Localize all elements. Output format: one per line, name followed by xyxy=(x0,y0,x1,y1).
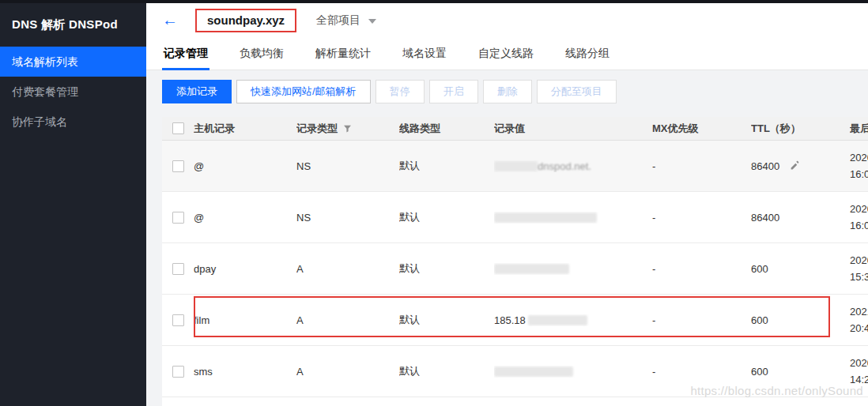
ttl-value: 600 xyxy=(751,263,768,275)
tab-bar: 记录管理 负载均衡 解析量统计 域名设置 自定义线路 线路分组 xyxy=(146,41,868,70)
record-type-cell: A xyxy=(296,314,399,326)
record-value-cell xyxy=(494,263,652,275)
host-record-cell: @ xyxy=(194,212,296,224)
add-record-button[interactable]: 添加记录 xyxy=(162,80,232,103)
col-line: 线路类型 xyxy=(399,122,494,136)
sidebar-item-collab-subdomains[interactable]: 协作子域名 xyxy=(0,107,146,137)
ttl-cell: 600 xyxy=(751,314,850,326)
redacted-value xyxy=(494,367,573,377)
record-value-cell xyxy=(494,212,652,224)
ttl-cell: 86400 xyxy=(751,212,850,224)
tab-domain-settings[interactable]: 域名设置 xyxy=(402,41,447,70)
last-op-cell: 2020 14:2 xyxy=(850,355,868,388)
sidebar-item-paid-plans[interactable]: 付费套餐管理 xyxy=(0,77,146,107)
date-line1: 2020 xyxy=(850,252,868,269)
date-line2: 16:0 xyxy=(850,166,868,182)
line-type-cell: 默认 xyxy=(399,261,494,276)
ttl-value: 86400 xyxy=(751,160,779,172)
sidebar-item-domain-list[interactable]: 域名解析列表 xyxy=(0,47,146,77)
date-line1: 2020 xyxy=(850,201,868,217)
col-type: 记录类型 xyxy=(296,122,399,136)
ttl-cell: 86400 xyxy=(751,160,850,172)
record-type-cell: NS xyxy=(296,160,399,172)
date-line1: 2020 xyxy=(850,355,868,371)
blurred-value-text: dnspod.net. xyxy=(538,160,591,172)
line-type-cell: 默认 xyxy=(399,313,494,327)
redacted-value xyxy=(494,212,597,223)
redacted-value xyxy=(494,161,538,171)
record-type-cell: NS xyxy=(296,212,399,224)
record-value-cell xyxy=(494,366,652,378)
record-type-cell: A xyxy=(296,366,399,378)
domain-row: ← soundpay.xyz 全部项目 xyxy=(146,0,868,41)
table-row-highlighted: film A 默认 185.18 - 600 2021 20:4 xyxy=(162,295,868,346)
table-row: @ NS 默认 dnspod.net. - 86400 2020 16:0 xyxy=(162,141,868,192)
date-line2: 15:3 xyxy=(850,269,868,285)
project-filter-label: 全部项目 xyxy=(316,13,360,28)
quick-add-website-mail-button[interactable]: 快速添加网站/邮箱解析 xyxy=(236,80,371,103)
mx-priority-cell: - xyxy=(652,263,751,275)
domain-name: soundpay.xyz xyxy=(207,13,285,27)
main-header: ← soundpay.xyz 全部项目 记录管理 负载均衡 解析量统计 域名设置… xyxy=(146,0,868,70)
record-value-cell: dnspod.net. xyxy=(494,160,652,172)
line-type-cell: 默认 xyxy=(399,210,494,224)
line-type-cell: 默认 xyxy=(399,364,494,378)
tab-custom-lines[interactable]: 自定义线路 xyxy=(478,41,534,70)
tab-line-groups[interactable]: 线路分组 xyxy=(565,41,609,70)
col-host: 主机记录 xyxy=(194,122,296,136)
ttl-value: 600 xyxy=(751,366,768,378)
tab-record-management[interactable]: 记录管理 xyxy=(164,41,208,70)
col-ttl: TTL（秒） xyxy=(751,122,850,136)
last-op-cell: 2020 16:0 xyxy=(850,201,868,234)
row-checkbox[interactable] xyxy=(172,212,184,224)
row-checkbox[interactable] xyxy=(172,366,184,378)
mx-priority-cell: - xyxy=(652,160,751,172)
host-record-cell: @ xyxy=(194,160,296,172)
filter-funnel-icon[interactable] xyxy=(343,124,352,133)
top-dark-strip xyxy=(0,0,868,3)
col-type-label: 记录类型 xyxy=(296,122,338,136)
pause-button[interactable]: 暂停 xyxy=(376,80,425,103)
date-line1: 2020 xyxy=(850,149,868,166)
col-last-op: 最后 xyxy=(850,122,868,136)
ttl-value: 600 xyxy=(751,314,768,326)
table-row: dpay A 默认 - 600 2020 15:3 xyxy=(162,243,868,295)
ttl-value: 86400 xyxy=(751,212,779,224)
mx-priority-cell: - xyxy=(652,366,751,378)
record-value-cell: 185.18 xyxy=(494,314,652,326)
tab-load-balancing[interactable]: 负载均衡 xyxy=(240,41,284,70)
row-checkbox[interactable] xyxy=(172,314,184,326)
redacted-value xyxy=(528,315,587,325)
project-filter-dropdown[interactable]: 全部项目 xyxy=(316,13,376,28)
csdn-watermark: https://blog.csdn.net/onlySound xyxy=(690,384,863,397)
ttl-cell: 600 xyxy=(751,366,850,378)
tab-resolution-stats[interactable]: 解析量统计 xyxy=(315,41,371,70)
assign-to-project-button[interactable]: 分配至项目 xyxy=(537,80,617,103)
delete-button[interactable]: 删除 xyxy=(483,80,532,103)
host-record-cell: dpay xyxy=(194,263,296,275)
col-value: 记录值 xyxy=(494,122,652,136)
record-type-cell: A xyxy=(296,263,399,275)
sidebar-item-label: 付费套餐管理 xyxy=(12,85,78,98)
row-checkbox[interactable] xyxy=(172,160,184,172)
toolbar: 添加记录 快速添加网站/邮箱解析 暂停 开启 删除 分配至项目 xyxy=(146,70,868,103)
col-mx: MX优先级 xyxy=(652,122,751,136)
records-table: 主机记录 记录类型 线路类型 记录值 MX优先级 TTL（秒） 最后 @ NS … xyxy=(162,117,868,406)
sidebar-item-label: 域名解析列表 xyxy=(12,55,78,68)
record-value-prefix: 185.18 xyxy=(494,314,526,326)
edit-pencil-icon[interactable] xyxy=(790,160,800,171)
last-op-cell: 2020 16:0 xyxy=(850,149,868,182)
main-area: ← soundpay.xyz 全部项目 记录管理 负载均衡 解析量统计 域名设置… xyxy=(146,0,868,406)
dnspod-console: DNS 解析 DNSPod 域名解析列表 付费套餐管理 协作子域名 ← soun… xyxy=(0,0,868,406)
ttl-cell: 600 xyxy=(751,263,850,275)
line-type-cell: 默认 xyxy=(399,159,494,173)
enable-button[interactable]: 开启 xyxy=(429,80,478,103)
redacted-value xyxy=(494,264,569,274)
back-arrow-icon[interactable]: ← xyxy=(162,12,178,28)
date-line1: 2021 xyxy=(850,303,868,320)
date-line2: 16:0 xyxy=(850,217,868,234)
last-op-cell: 2021 20:4 xyxy=(850,303,868,336)
host-record-cell: film xyxy=(194,314,296,326)
row-checkbox[interactable] xyxy=(172,263,184,275)
select-all-checkbox[interactable] xyxy=(172,122,184,134)
